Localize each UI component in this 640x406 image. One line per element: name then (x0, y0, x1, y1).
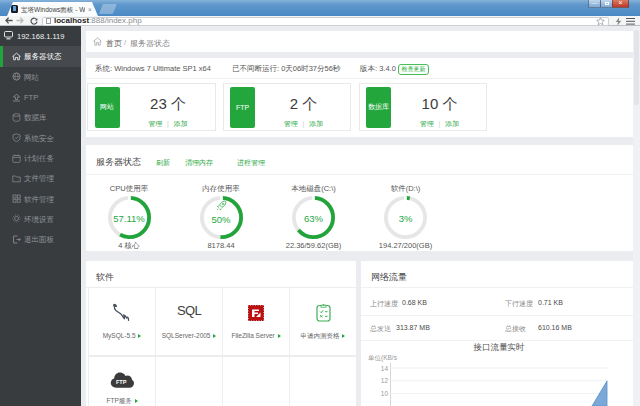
svg-text:FTP: FTP (116, 379, 127, 385)
svg-text:12: 12 (381, 377, 389, 384)
svg-text:14: 14 (381, 365, 389, 372)
svg-text:10: 10 (381, 390, 389, 397)
